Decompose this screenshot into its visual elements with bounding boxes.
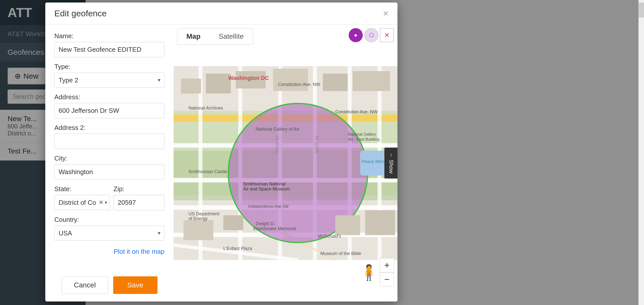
- svg-text:McDonald's: McDonald's: [318, 234, 341, 239]
- svg-rect-25: [184, 220, 214, 240]
- type-field-group: Type: Type 2 ▾: [54, 63, 165, 88]
- dialog-header: Edit geofence ×: [45, 3, 397, 25]
- address2-field-group: Address 2:: [54, 124, 165, 149]
- map-tabs: Map Satellite: [177, 28, 253, 45]
- map-close-button[interactable]: ✕: [380, 28, 394, 42]
- type-label: Type:: [54, 63, 165, 71]
- address-input[interactable]: [54, 103, 165, 118]
- page-scrollbar[interactable]: [638, 0, 644, 305]
- zip-input[interactable]: [113, 195, 165, 210]
- svg-text:Dwight D.: Dwight D.: [256, 221, 275, 226]
- svg-rect-20: [206, 74, 231, 93]
- svg-text:Smithsonian Castle: Smithsonian Castle: [188, 169, 227, 174]
- svg-rect-27: [335, 215, 360, 235]
- svg-text:Washington DC: Washington DC: [228, 75, 269, 81]
- map-toolbar: ● ⬡ ✕: [349, 28, 394, 42]
- cancel-button[interactable]: Cancel: [62, 276, 108, 294]
- svg-text:Art - East Building: Art - East Building: [348, 137, 380, 141]
- svg-rect-24: [353, 71, 390, 91]
- svg-text:National Archives: National Archives: [188, 106, 223, 111]
- svg-text:Museum of the Bible: Museum of the Bible: [320, 251, 361, 256]
- state-field-group: State: District of Co ✕ ▾: [54, 185, 110, 210]
- address-field-group: Address:: [54, 93, 165, 118]
- street-view-icon[interactable]: 🧍: [359, 264, 378, 281]
- svg-text:of Energy: of Energy: [188, 216, 208, 221]
- scrollbar-thumb[interactable]: [639, 3, 644, 18]
- city-field-group: City:: [54, 155, 165, 180]
- tab-satellite[interactable]: Satellite: [210, 28, 253, 44]
- svg-text:National Gallery: National Gallery: [348, 132, 376, 136]
- svg-rect-22: [273, 69, 308, 91]
- save-button[interactable]: Save: [113, 276, 157, 294]
- name-label: Name:: [54, 32, 165, 40]
- map-panel: National Archives National Gallery of Ar…: [174, 25, 397, 301]
- map-zoom-controls: + −: [380, 258, 394, 286]
- svg-text:4th St NW: 4th St NW: [315, 135, 319, 153]
- svg-text:US Department: US Department: [188, 211, 219, 216]
- edit-geofence-dialog: Edit geofence × Name: Type: Type 2 ▾: [45, 3, 397, 301]
- plot-on-map-link[interactable]: Plot it on the map: [114, 248, 165, 255]
- dialog-footer: Cancel Save: [54, 266, 165, 294]
- name-field-group: Name:: [54, 32, 165, 57]
- form-panel: Name: Type: Type 2 ▾ Address:: [45, 25, 174, 301]
- close-button[interactable]: ×: [383, 9, 388, 18]
- city-input[interactable]: [54, 164, 165, 180]
- dialog-title: Edit geofence: [54, 9, 107, 18]
- polygon-tool-button[interactable]: ⬡: [364, 28, 378, 42]
- zip-label: Zip:: [113, 185, 165, 193]
- zoom-in-button[interactable]: +: [380, 258, 394, 272]
- svg-text:Air and Space Museum: Air and Space Museum: [243, 186, 290, 191]
- clear-icon[interactable]: ✕: [98, 199, 105, 206]
- type-select[interactable]: Type 2: [54, 73, 165, 88]
- svg-rect-28: [365, 210, 395, 235]
- svg-rect-23: [323, 74, 348, 91]
- svg-text:Constitution Ave. NW: Constitution Ave. NW: [335, 109, 378, 114]
- show-panel-button[interactable]: ← Show: [384, 147, 397, 178]
- svg-rect-19: [181, 79, 201, 93]
- chevron-down-icon: ▾: [105, 199, 107, 206]
- svg-text:Smithsonian National: Smithsonian National: [243, 181, 286, 186]
- tab-map[interactable]: Map: [177, 28, 210, 44]
- map-background: National Archives National Gallery of Ar…: [174, 25, 397, 301]
- country-select-wrap: USA ▾: [54, 226, 165, 241]
- dialog-body: Name: Type: Type 2 ▾ Address:: [45, 25, 397, 301]
- svg-text:Independence Ave SW: Independence Ave SW: [248, 204, 289, 209]
- circle-icon: ●: [354, 32, 357, 38]
- polygon-icon: ⬡: [369, 32, 374, 38]
- country-select[interactable]: USA: [54, 226, 165, 241]
- address-label: Address:: [54, 93, 165, 101]
- svg-text:Constitution Ave. NW: Constitution Ave. NW: [278, 82, 320, 87]
- name-input[interactable]: [54, 42, 165, 57]
- type-select-wrap: Type 2 ▾: [54, 73, 165, 88]
- zoom-out-button[interactable]: −: [380, 272, 394, 286]
- country-field-group: Country: USA ▾: [54, 216, 165, 241]
- state-select[interactable]: District of Co: [57, 195, 98, 210]
- zip-field-group: Zip:: [113, 185, 165, 210]
- close-icon: ✕: [384, 31, 390, 39]
- state-select-wrap: District of Co ✕ ▾: [54, 195, 110, 210]
- state-label: State:: [54, 185, 110, 193]
- svg-text:7th St NW: 7th St NW: [275, 135, 279, 153]
- state-zip-row: State: District of Co ✕ ▾ Zip:: [54, 185, 165, 210]
- svg-rect-26: [223, 215, 243, 230]
- svg-text:Eisenhower Memorial: Eisenhower Memorial: [253, 226, 296, 231]
- address2-label: Address 2:: [54, 124, 165, 132]
- circle-tool-button[interactable]: ●: [349, 28, 363, 42]
- svg-text:National Gallery of Art: National Gallery of Art: [256, 127, 299, 132]
- country-label: Country:: [54, 216, 165, 224]
- address2-input[interactable]: [54, 134, 165, 149]
- city-label: City:: [54, 155, 165, 162]
- svg-text:L'Enfant Plaza: L'Enfant Plaza: [223, 246, 252, 251]
